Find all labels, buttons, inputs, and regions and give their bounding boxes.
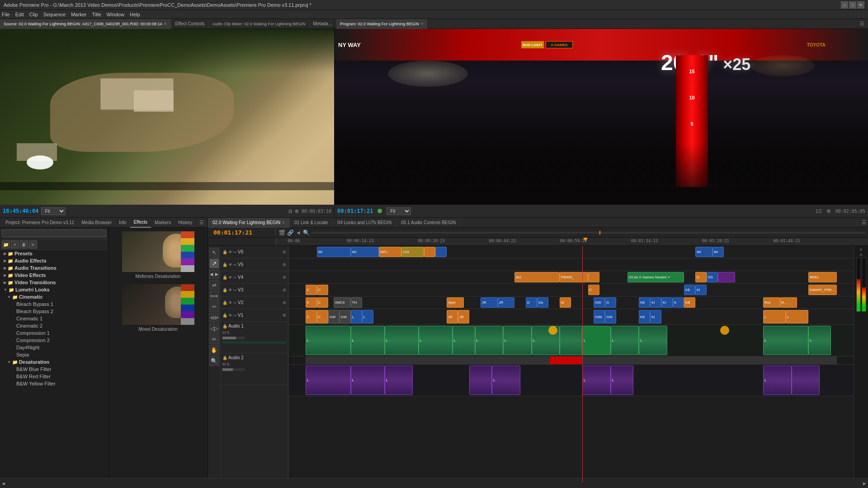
clip-v4-3[interactable] <box>588 272 599 282</box>
source-marker-btn[interactable]: ⊡ <box>288 209 292 214</box>
source-tab-close[interactable]: ✕ <box>164 22 167 26</box>
clip-v4-nested[interactable]: 03.0a X Games Nested 🗸 <box>627 272 684 282</box>
tl-tool-snap[interactable]: 🔗 <box>287 230 294 236</box>
v1-settings[interactable]: ⚙ <box>283 313 286 318</box>
tree-audio-transitions[interactable]: ▶ 📁 Audio Transitions <box>0 264 108 272</box>
clip-v2-13[interactable]: KE <box>639 297 650 308</box>
clip-v6-8[interactable]: WI <box>712 247 724 257</box>
clip-v2-2[interactable]: C <box>317 297 328 308</box>
timeline-tab-active[interactable]: 02.0 Waiting For Lightning BEGIN × <box>208 218 290 228</box>
v6-eye[interactable]: 👁 <box>228 250 232 254</box>
source-tab-effects[interactable]: Effect Controls <box>171 19 208 29</box>
clip-v6-3[interactable]: WFL <box>379 247 401 257</box>
tool-rate[interactable]: ⟺ <box>209 291 219 301</box>
panel-tab-info[interactable]: Info <box>115 218 130 228</box>
tree-day4night[interactable]: Day4Night <box>0 344 108 351</box>
clip-v2-5[interactable]: Sper <box>447 297 464 308</box>
v3-sync[interactable]: ⇨ <box>233 288 237 292</box>
clip-v6-5[interactable] <box>424 247 435 257</box>
v3-settings[interactable]: ⚙ <box>283 288 286 292</box>
audio-clip-a2-8[interactable]: L <box>763 366 792 395</box>
menu-marker[interactable]: Marker <box>71 12 86 17</box>
clip-v3-2[interactable]: C <box>317 285 328 295</box>
close-button[interactable]: ✕ <box>857 1 864 9</box>
clip-v1-11[interactable]: KE <box>639 310 650 324</box>
timeline-tab-4[interactable]: 05.1 Audio Controls BEGIN <box>396 218 461 228</box>
clip-v1-14[interactable]: L <box>786 310 808 324</box>
clip-v6-4[interactable]: 133 <box>401 247 424 257</box>
tree-presets[interactable]: ▶ 📁 Presets <box>0 250 108 257</box>
tree-video-effects[interactable]: ▶ 📁 Video Effects <box>0 272 108 279</box>
audio-clip-a1-10[interactable]: L <box>582 326 611 355</box>
clip-v6-2[interactable]: WI <box>351 247 379 257</box>
clip-v2-1[interactable]: C <box>306 297 317 308</box>
clip-v3-4[interactable]: KE <box>684 285 695 295</box>
clip-v2-9[interactable]: Da <box>537 297 548 308</box>
clip-v2-10[interactable]: M <box>560 297 571 308</box>
v2-lock[interactable]: 🔒 <box>222 300 227 305</box>
clip-v2-18[interactable]: Roc <box>763 297 780 308</box>
v6-lock[interactable]: 🔒 <box>222 250 227 254</box>
v2-settings[interactable]: ⚙ <box>283 300 286 305</box>
tree-compression2[interactable]: Compression 2 <box>0 337 108 344</box>
tree-audio-effects[interactable]: ▶ 📁 Audio Effects <box>0 257 108 264</box>
audio-clip-a2-7[interactable]: L <box>611 366 633 395</box>
maximize-button[interactable]: □ <box>849 1 856 9</box>
source-scrub-bar[interactable] <box>0 182 334 190</box>
tree-cinematic[interactable]: ▼ 📁 Cinematic <box>0 293 108 300</box>
tree-bw-yellow[interactable]: B&W Yellow Filter <box>0 380 108 387</box>
v6-settings[interactable]: ⚙ <box>283 250 286 254</box>
clip-v1-13[interactable]: L <box>763 310 786 324</box>
timeline-tab-2[interactable]: 01 Link & Locate <box>290 218 333 228</box>
clip-v2-11[interactable]: GW <box>594 297 605 308</box>
a2-lock[interactable]: 🔒 <box>222 356 227 360</box>
clip-v2-17[interactable]: KB <box>684 297 695 308</box>
tool-roll[interactable]: ⇌ <box>209 280 219 290</box>
tool-slip[interactable]: ⊲⊳ <box>209 313 219 323</box>
tool-razor[interactable]: ✂ <box>209 302 219 312</box>
menu-window[interactable]: Window <box>107 12 124 17</box>
clip-v4-2[interactable]: PB009_ <box>560 272 588 282</box>
tree-cinematic2[interactable]: Cinematic 2 <box>0 322 108 329</box>
audio-clip-a1-14[interactable]: L <box>808 326 831 355</box>
audio-clip-a1-11[interactable]: L <box>611 326 639 355</box>
source-settings-btn[interactable]: ⚙ <box>295 209 299 214</box>
audio-clip-a1-3[interactable]: L <box>385 326 419 355</box>
v4-lock[interactable]: 🔒 <box>222 275 227 280</box>
clip-v1-9[interactable]: GWI <box>594 310 605 324</box>
audio-clip-a1-4[interactable]: L <box>419 326 453 355</box>
program-fit-select[interactable]: Fit 25% 50% 100% <box>387 207 411 215</box>
clip-v4-5[interactable]: DS <box>707 272 718 282</box>
clip-v1-12[interactable]: KI <box>650 310 661 324</box>
tree-cinematic1[interactable]: Cinematic 1 <box>0 315 108 322</box>
new-item-btn[interactable]: + <box>11 240 19 249</box>
audio-clip-a1-2[interactable]: L <box>351 326 385 355</box>
audio-clip-a1-6[interactable]: L <box>475 326 504 355</box>
menu-file[interactable]: File <box>2 12 10 17</box>
program-zoom-icon[interactable]: ⊕ <box>826 208 831 214</box>
clip-v2-14[interactable]: KI <box>650 297 661 308</box>
panel-tab-media[interactable]: Media Browser <box>78 218 115 228</box>
a1-solo[interactable]: S <box>227 330 230 335</box>
source-tab-meta[interactable]: Metada... <box>310 19 336 29</box>
v4-eye[interactable]: 👁 <box>228 275 232 280</box>
v3-lock[interactable]: 🔒 <box>222 288 227 292</box>
tree-bw-blue[interactable]: B&W Blue Filter <box>0 366 108 373</box>
audio-clip-a2-9[interactable] <box>792 366 820 395</box>
timeline-tab-3[interactable]: 04 Looks and LUTs BEGIN <box>333 218 397 228</box>
panel-tab-history[interactable]: History <box>175 218 196 228</box>
v1-sync[interactable]: ⇨ <box>233 313 237 318</box>
timeline-timecode[interactable]: 00:01:17:21 <box>210 229 256 236</box>
tool-ripple[interactable]: ◄► <box>209 269 219 279</box>
v5-eye[interactable]: 👁 <box>228 263 232 267</box>
clip-v1-6[interactable]: L <box>362 310 373 324</box>
program-tab-active[interactable]: Program: 02.0 Waiting For Lightning BEGI… <box>336 19 427 29</box>
clip-v2-3[interactable]: 0MC6 <box>334 297 351 308</box>
a1-keyframe[interactable] <box>548 326 557 335</box>
v5-lock[interactable]: 🔒 <box>222 263 227 267</box>
tl-tool-mark-in[interactable]: ◄ <box>296 230 301 236</box>
v1-eye[interactable]: 👁 <box>228 313 232 318</box>
v4-sync[interactable]: ⇨ <box>233 275 237 280</box>
clip-v4-4[interactable]: D <box>695 272 707 282</box>
v2-sync[interactable]: ⇨ <box>233 300 237 305</box>
